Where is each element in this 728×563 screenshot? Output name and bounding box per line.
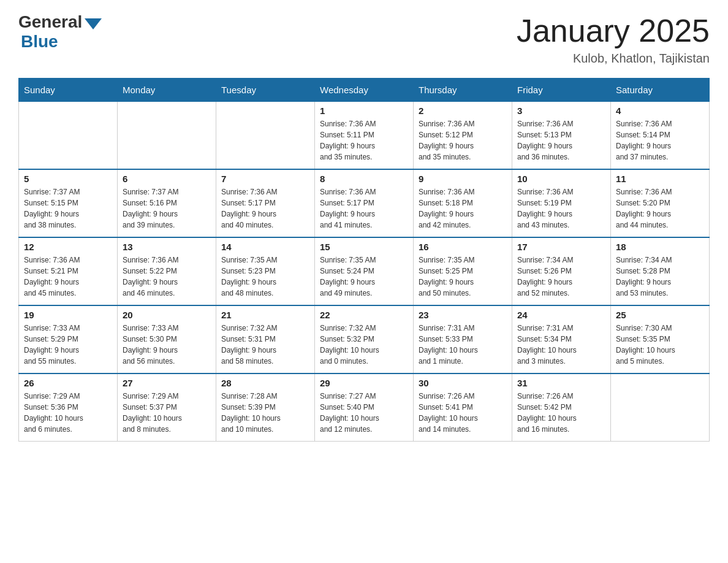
day-info: Sunrise: 7:36 AM Sunset: 5:12 PM Dayligh… [419,118,507,163]
day-number: 26 [24,378,112,388]
calendar-cell: 15Sunrise: 7:35 AM Sunset: 5:24 PM Dayli… [315,237,414,305]
calendar-cell [611,373,710,442]
logo-blue-text: Blue [21,32,58,52]
day-number: 30 [419,378,507,388]
day-number: 20 [123,310,211,320]
calendar-cell: 5Sunrise: 7:37 AM Sunset: 5:15 PM Daylig… [19,169,118,237]
calendar-cell [216,102,315,170]
day-info: Sunrise: 7:33 AM Sunset: 5:30 PM Dayligh… [123,323,211,367]
week-row-1: 1Sunrise: 7:36 AM Sunset: 5:11 PM Daylig… [19,102,710,170]
logo: General Blue [18,12,102,52]
day-number: 21 [221,310,309,320]
day-number: 3 [517,105,605,116]
day-info: Sunrise: 7:36 AM Sunset: 5:20 PM Dayligh… [616,186,704,231]
day-info: Sunrise: 7:36 AM Sunset: 5:19 PM Dayligh… [517,186,605,231]
day-number: 28 [221,378,309,388]
day-info: Sunrise: 7:29 AM Sunset: 5:36 PM Dayligh… [24,391,112,435]
col-header-monday: Monday [118,79,216,102]
calendar-cell: 26Sunrise: 7:29 AM Sunset: 5:36 PM Dayli… [19,373,118,442]
calendar-cell: 9Sunrise: 7:36 AM Sunset: 5:18 PM Daylig… [414,169,512,237]
calendar-cell: 21Sunrise: 7:32 AM Sunset: 5:31 PM Dayli… [216,305,315,373]
calendar-cell [118,102,216,170]
logo-general-text: General [18,12,82,32]
day-info: Sunrise: 7:32 AM Sunset: 5:31 PM Dayligh… [221,323,309,367]
header-row: SundayMondayTuesdayWednesdayThursdayFrid… [19,79,710,102]
day-number: 9 [419,174,507,184]
calendar-cell: 8Sunrise: 7:36 AM Sunset: 5:17 PM Daylig… [315,169,414,237]
day-info: Sunrise: 7:36 AM Sunset: 5:14 PM Dayligh… [616,118,704,163]
day-info: Sunrise: 7:29 AM Sunset: 5:37 PM Dayligh… [123,391,211,435]
day-info: Sunrise: 7:36 AM Sunset: 5:18 PM Dayligh… [419,186,507,231]
day-number: 18 [616,242,704,252]
day-info: Sunrise: 7:26 AM Sunset: 5:41 PM Dayligh… [419,391,507,435]
calendar-subtitle: Kulob, Khatlon, Tajikistan [517,52,710,66]
day-number: 2 [419,105,507,116]
calendar-cell: 16Sunrise: 7:35 AM Sunset: 5:25 PM Dayli… [414,237,512,305]
day-number: 11 [616,174,704,184]
day-number: 7 [221,174,309,184]
day-info: Sunrise: 7:35 AM Sunset: 5:23 PM Dayligh… [221,255,309,299]
calendar-cell: 31Sunrise: 7:26 AM Sunset: 5:42 PM Dayli… [512,373,611,442]
calendar-cell: 10Sunrise: 7:36 AM Sunset: 5:19 PM Dayli… [512,169,611,237]
calendar-cell: 14Sunrise: 7:35 AM Sunset: 5:23 PM Dayli… [216,237,315,305]
day-info: Sunrise: 7:36 AM Sunset: 5:11 PM Dayligh… [320,118,408,163]
calendar-cell: 2Sunrise: 7:36 AM Sunset: 5:12 PM Daylig… [414,102,512,170]
day-info: Sunrise: 7:33 AM Sunset: 5:29 PM Dayligh… [24,323,112,367]
day-info: Sunrise: 7:36 AM Sunset: 5:22 PM Dayligh… [123,255,211,299]
day-number: 1 [320,105,408,116]
col-header-saturday: Saturday [611,79,710,102]
day-info: Sunrise: 7:36 AM Sunset: 5:17 PM Dayligh… [221,186,309,231]
calendar-cell: 3Sunrise: 7:36 AM Sunset: 5:13 PM Daylig… [512,102,611,170]
calendar-cell: 11Sunrise: 7:36 AM Sunset: 5:20 PM Dayli… [611,169,710,237]
calendar-cell: 19Sunrise: 7:33 AM Sunset: 5:29 PM Dayli… [19,305,118,373]
calendar-cell: 20Sunrise: 7:33 AM Sunset: 5:30 PM Dayli… [118,305,216,373]
day-number: 29 [320,378,408,388]
day-number: 14 [221,242,309,252]
day-info: Sunrise: 7:32 AM Sunset: 5:32 PM Dayligh… [320,323,408,367]
day-info: Sunrise: 7:28 AM Sunset: 5:39 PM Dayligh… [221,391,309,435]
col-header-tuesday: Tuesday [216,79,315,102]
day-info: Sunrise: 7:27 AM Sunset: 5:40 PM Dayligh… [320,391,408,435]
calendar-cell: 18Sunrise: 7:34 AM Sunset: 5:28 PM Dayli… [611,237,710,305]
page-header: General Blue January 2025 Kulob, Khatlon… [18,12,710,66]
day-number: 27 [123,378,211,388]
day-number: 8 [320,174,408,184]
calendar-cell: 23Sunrise: 7:31 AM Sunset: 5:33 PM Dayli… [414,305,512,373]
day-info: Sunrise: 7:26 AM Sunset: 5:42 PM Dayligh… [517,391,605,435]
day-info: Sunrise: 7:35 AM Sunset: 5:25 PM Dayligh… [419,255,507,299]
logo-arrow-icon [85,18,102,29]
day-info: Sunrise: 7:37 AM Sunset: 5:16 PM Dayligh… [123,186,211,231]
calendar-title: January 2025 [517,12,710,49]
day-number: 31 [517,378,605,388]
calendar-table: SundayMondayTuesdayWednesdayThursdayFrid… [18,78,710,442]
day-info: Sunrise: 7:37 AM Sunset: 5:15 PM Dayligh… [24,186,112,231]
day-info: Sunrise: 7:34 AM Sunset: 5:26 PM Dayligh… [517,255,605,299]
calendar-cell: 13Sunrise: 7:36 AM Sunset: 5:22 PM Dayli… [118,237,216,305]
calendar-cell: 12Sunrise: 7:36 AM Sunset: 5:21 PM Dayli… [19,237,118,305]
day-info: Sunrise: 7:31 AM Sunset: 5:33 PM Dayligh… [419,323,507,367]
calendar-cell: 22Sunrise: 7:32 AM Sunset: 5:32 PM Dayli… [315,305,414,373]
calendar-cell: 17Sunrise: 7:34 AM Sunset: 5:26 PM Dayli… [512,237,611,305]
day-info: Sunrise: 7:35 AM Sunset: 5:24 PM Dayligh… [320,255,408,299]
day-info: Sunrise: 7:31 AM Sunset: 5:34 PM Dayligh… [517,323,605,367]
calendar-cell: 28Sunrise: 7:28 AM Sunset: 5:39 PM Dayli… [216,373,315,442]
week-row-3: 12Sunrise: 7:36 AM Sunset: 5:21 PM Dayli… [19,237,710,305]
day-info: Sunrise: 7:36 AM Sunset: 5:13 PM Dayligh… [517,118,605,163]
day-number: 17 [517,242,605,252]
calendar-cell: 25Sunrise: 7:30 AM Sunset: 5:35 PM Dayli… [611,305,710,373]
day-number: 12 [24,242,112,252]
day-info: Sunrise: 7:34 AM Sunset: 5:28 PM Dayligh… [616,255,704,299]
day-number: 16 [419,242,507,252]
day-number: 24 [517,310,605,320]
day-number: 6 [123,174,211,184]
calendar-cell: 4Sunrise: 7:36 AM Sunset: 5:14 PM Daylig… [611,102,710,170]
day-number: 25 [616,310,704,320]
col-header-thursday: Thursday [414,79,512,102]
calendar-cell: 7Sunrise: 7:36 AM Sunset: 5:17 PM Daylig… [216,169,315,237]
week-row-2: 5Sunrise: 7:37 AM Sunset: 5:15 PM Daylig… [19,169,710,237]
calendar-cell: 24Sunrise: 7:31 AM Sunset: 5:34 PM Dayli… [512,305,611,373]
day-number: 4 [616,105,704,116]
calendar-cell: 27Sunrise: 7:29 AM Sunset: 5:37 PM Dayli… [118,373,216,442]
calendar-cell [19,102,118,170]
title-section: January 2025 Kulob, Khatlon, Tajikistan [517,12,710,66]
